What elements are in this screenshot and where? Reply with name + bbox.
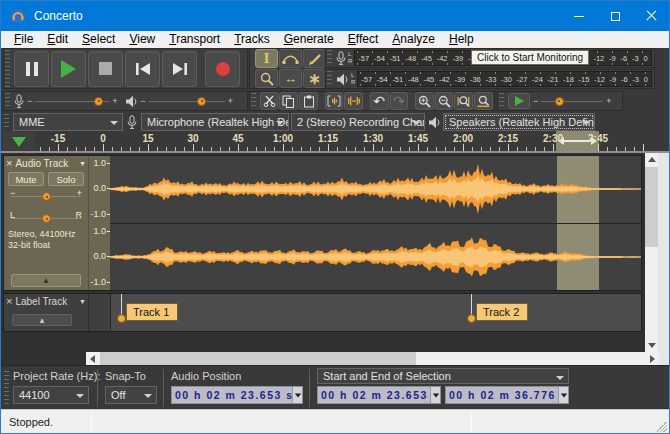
recording-device-select[interactable]: Microphone (Realtek High Defini: [141, 113, 289, 131]
skip-to-start-button[interactable]: [125, 51, 160, 87]
label-flag[interactable]: Track 1: [126, 303, 178, 321]
toolbar-grabber[interactable]: [5, 93, 10, 109]
slider-thumb[interactable]: [94, 97, 103, 106]
zoom-out-button[interactable]: [435, 92, 454, 110]
toolbar-grabber[interactable]: [5, 50, 10, 87]
toolbar-grabber[interactable]: [4, 371, 9, 407]
horizontal-scrollbar[interactable]: [86, 352, 659, 365]
menu-item-analyze[interactable]: Analyze: [385, 31, 442, 48]
audio-host-select[interactable]: MME: [13, 113, 123, 131]
menu-item-effect[interactable]: Effect: [341, 31, 385, 48]
toolbar-grabber[interactable]: [327, 50, 332, 66]
menu-item-view[interactable]: View: [122, 31, 162, 48]
draw-tool-button[interactable]: [303, 49, 326, 68]
fit-project-button[interactable]: [474, 92, 493, 110]
copy-button[interactable]: [279, 92, 298, 110]
selection-start-field[interactable]: 00 h 02 m 23.653 s: [317, 386, 441, 404]
undo-button[interactable]: ↶: [370, 92, 389, 110]
scroll-up-button[interactable]: [645, 153, 658, 166]
track-menu-button[interactable]: ▼: [79, 160, 86, 167]
timeshift-tool-button[interactable]: ↔: [279, 69, 302, 88]
track-close-button[interactable]: ×: [6, 296, 12, 306]
horizontal-scroll-thumb[interactable]: [100, 352, 416, 365]
ibeam-icon: I: [264, 52, 270, 66]
close-button[interactable]: [633, 1, 669, 31]
track-title[interactable]: Audio Track: [15, 158, 77, 169]
stop-button[interactable]: [88, 51, 123, 87]
mute-button[interactable]: Mute: [8, 172, 44, 186]
selection-end-field[interactable]: 00 h 02 m 36.776 s: [445, 386, 569, 404]
playback-device-select[interactable]: Speakers (Realtek High Definiti: [443, 113, 595, 131]
menu-item-tracks[interactable]: Tracks: [227, 31, 277, 48]
playback-meter[interactable]: -57-54-51-48-45-42-39-36-33-30-27-24-21-…: [357, 71, 652, 87]
menu-item-file[interactable]: File: [7, 31, 40, 48]
playback-speed-slider[interactable]: [541, 95, 603, 108]
envelope-tool-button[interactable]: [279, 49, 302, 68]
monitoring-tooltip[interactable]: Click to Start Monitoring: [471, 50, 589, 65]
toolbar-grabber[interactable]: [251, 93, 256, 109]
meter-tick-label: -42: [439, 75, 450, 84]
record-button[interactable]: [205, 51, 240, 87]
track-close-button[interactable]: ×: [6, 158, 12, 168]
scroll-right-button[interactable]: [646, 352, 659, 365]
pause-button[interactable]: [14, 51, 49, 87]
fit-selection-button[interactable]: [454, 92, 473, 110]
waveform-area[interactable]: [110, 156, 641, 290]
time-format-dropdown[interactable]: [558, 387, 568, 403]
timeline-ruler[interactable]: -1501530451:001:151:301:452:002:152:302:…: [37, 131, 645, 151]
slider-thumb[interactable]: [555, 97, 564, 106]
scroll-down-button[interactable]: [645, 339, 658, 352]
time-format-dropdown[interactable]: [430, 387, 440, 403]
menu-item-transport[interactable]: Transport: [162, 31, 227, 48]
snap-to-select[interactable]: Off: [105, 386, 157, 404]
pan-slider[interactable]: L R: [11, 212, 81, 225]
toolbar-grabber[interactable]: [4, 114, 9, 130]
vertical-scroll-thumb[interactable]: [645, 167, 658, 247]
track-collapse-button[interactable]: ▲: [12, 314, 72, 326]
vertical-scrollbar[interactable]: [645, 153, 658, 352]
solo-button[interactable]: Solo: [48, 172, 84, 186]
timeline-options-button[interactable]: [3, 132, 35, 151]
minimize-button[interactable]: [561, 1, 597, 31]
recording-volume-slider[interactable]: [35, 95, 109, 108]
gain-slider[interactable]: − +: [11, 190, 81, 203]
label-track-content[interactable]: Track 1Track 2: [110, 294, 641, 331]
cut-button[interactable]: [260, 92, 279, 110]
track-collapse-button[interactable]: ▲: [11, 274, 81, 287]
track-menu-button[interactable]: ▼: [79, 298, 86, 305]
title-bar[interactable]: Concerto: [1, 1, 669, 31]
time-format-dropdown[interactable]: [292, 387, 302, 403]
resize-grip[interactable]: [657, 422, 667, 432]
slider-thumb[interactable]: [197, 97, 206, 106]
playback-volume-slider[interactable]: [149, 95, 225, 108]
selection-mode-select[interactable]: Start and End of Selection: [317, 368, 569, 384]
selection-tool-button[interactable]: I: [255, 49, 278, 68]
menu-item-select[interactable]: Select: [75, 31, 122, 48]
project-rate-select[interactable]: 44100: [13, 386, 89, 404]
redo-button[interactable]: ↷: [390, 92, 409, 110]
toolbar-grabber[interactable]: [327, 71, 332, 87]
paste-button[interactable]: [299, 92, 318, 110]
zoom-in-button[interactable]: [415, 92, 434, 110]
slider-thumb[interactable]: [42, 192, 51, 201]
label-handle[interactable]: [117, 314, 126, 323]
maximize-button[interactable]: [597, 1, 633, 31]
play-at-speed-button[interactable]: [508, 93, 530, 109]
menu-item-generate[interactable]: Generate: [277, 31, 341, 48]
recording-channels-select[interactable]: 2 (Stereo) Recording Channels: [291, 113, 425, 131]
skip-to-end-button[interactable]: [162, 51, 197, 87]
trim-audio-button[interactable]: [325, 92, 344, 110]
play-button[interactable]: [51, 51, 86, 87]
audio-position-field[interactable]: 00 h 02 m 23.653 s: [171, 386, 303, 404]
slider-thumb[interactable]: [42, 214, 51, 223]
menu-item-help[interactable]: Help: [442, 31, 481, 48]
menu-item-edit[interactable]: Edit: [40, 31, 75, 48]
label-flag[interactable]: Track 2: [476, 303, 528, 321]
silence-audio-button[interactable]: [344, 92, 363, 110]
multi-tool-button[interactable]: ∗: [303, 69, 326, 88]
zoom-tool-button[interactable]: [255, 69, 278, 88]
label-handle[interactable]: [467, 314, 476, 323]
track-title[interactable]: Label Track: [15, 296, 77, 307]
scroll-left-button[interactable]: [86, 352, 99, 365]
toolbar-grabber[interactable]: [499, 93, 504, 109]
